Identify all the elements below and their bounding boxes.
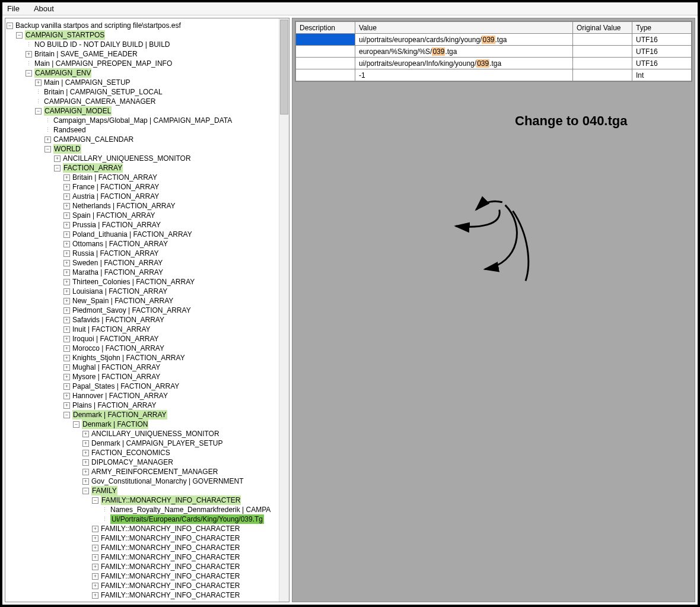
col-description[interactable]: Description [296, 22, 355, 34]
tree-node[interactable]: +Morocco | FACTION_ARRAY [7, 344, 288, 353]
scroll-thumb[interactable] [280, 20, 288, 115]
expand-icon[interactable]: + [63, 222, 70, 228]
cell-value[interactable]: ui/portraits/european/cards/king/young/0… [355, 34, 573, 46]
tree-node[interactable]: +FAMILY::MONARCHY_INFO_CHARACTER [7, 533, 288, 543]
tree-node[interactable]: ⋮Randseed [7, 125, 288, 135]
tree-node[interactable]: +France | FACTION_ARRAY [7, 182, 288, 192]
tree-node[interactable]: +Prussia | FACTION_ARRAY [7, 220, 288, 230]
expand-icon[interactable]: + [63, 326, 70, 333]
tree-node[interactable]: +Louisiana | FACTION_ARRAY [7, 287, 288, 296]
expand-icon[interactable]: + [63, 402, 70, 409]
tree-node[interactable]: −WORLD [7, 144, 288, 154]
expand-icon[interactable]: + [63, 279, 70, 285]
tree-node[interactable]: +ANCILLARY_UNIQUENESS_MONITOR [7, 429, 288, 438]
expand-icon[interactable]: + [92, 573, 98, 580]
tree-node[interactable]: −FAMILY [7, 486, 288, 495]
expand-icon[interactable]: + [63, 345, 70, 352]
expand-icon[interactable]: + [63, 317, 70, 323]
tree-node[interactable]: −CAMPAIGN_STARTPOS [7, 30, 288, 40]
expand-icon[interactable]: + [63, 383, 70, 390]
expand-icon[interactable]: + [63, 174, 70, 181]
tree-node[interactable]: −FACTION_ARRAY [7, 163, 288, 173]
menu-about[interactable]: About [34, 4, 54, 13]
collapse-icon[interactable]: − [16, 32, 23, 39]
expand-icon[interactable]: + [35, 80, 42, 86]
tree-node[interactable]: ⋮CAMPAIGN_CAMERA_MANAGER [7, 97, 288, 106]
tree-node[interactable]: +Hannover | FACTION_ARRAY [7, 391, 288, 401]
expand-icon[interactable]: + [82, 450, 89, 456]
expand-icon[interactable]: + [82, 440, 89, 447]
tree-node[interactable]: ⋮Campaign_Maps/Global_Map | CAMPAIGN_MAP… [7, 116, 288, 125]
col-type[interactable]: Type [632, 22, 692, 34]
tree-node[interactable]: ⋮Main | CAMPAIGN_PREOPEN_MAP_INFO [7, 59, 288, 68]
tree-node[interactable]: +Iroquoi | FACTION_ARRAY [7, 334, 288, 344]
expand-icon[interactable]: + [63, 288, 70, 295]
expand-icon[interactable]: + [82, 431, 89, 437]
collapse-icon[interactable]: − [26, 70, 32, 77]
tree-node[interactable]: +FAMILY::MONARCHY_INFO_CHARACTER [7, 524, 288, 533]
expand-icon[interactable]: + [63, 241, 70, 247]
expand-icon[interactable]: + [82, 469, 89, 475]
collapse-icon[interactable]: − [82, 488, 89, 494]
tree-node[interactable]: −Denmark | FACTION [7, 420, 288, 429]
tree-node[interactable]: +FAMILY::MONARCHY_INFO_CHARACTER [7, 552, 288, 562]
tree-node[interactable]: +Thirteen_Colonies | FACTION_ARRAY [7, 277, 288, 287]
expand-icon[interactable]: + [63, 184, 70, 190]
expand-icon[interactable]: + [82, 459, 89, 466]
tree-node[interactable]: −FAMILY::MONARCHY_INFO_CHARACTER [7, 495, 288, 505]
collapse-icon[interactable]: − [63, 412, 70, 418]
expand-icon[interactable]: + [63, 203, 70, 209]
collapse-icon[interactable]: − [92, 497, 98, 504]
collapse-icon[interactable]: − [54, 165, 61, 171]
tree-node[interactable]: −Backup vanilla startpos and scripting f… [7, 21, 288, 30]
expand-icon[interactable]: + [92, 564, 98, 570]
tree-node[interactable]: +Knights_Stjohn | FACTION_ARRAY [7, 353, 288, 363]
expand-icon[interactable]: + [63, 193, 70, 200]
expand-icon[interactable]: + [63, 355, 70, 361]
tree-node[interactable]: +FAMILY::MONARCHY_INFO_CHARACTER [7, 571, 288, 581]
tree-node[interactable]: +Russia | FACTION_ARRAY [7, 249, 288, 258]
expand-icon[interactable]: + [92, 526, 98, 532]
expand-icon[interactable]: + [92, 545, 98, 551]
expand-icon[interactable]: + [92, 535, 98, 542]
collapse-icon[interactable]: − [35, 108, 42, 115]
expand-icon[interactable]: + [63, 250, 70, 257]
expand-icon[interactable]: + [63, 269, 70, 276]
tree-node[interactable]: +FAMILY::MONARCHY_INFO_CHARACTER [7, 590, 288, 600]
expand-icon[interactable]: + [63, 212, 70, 219]
tree-node[interactable]: +New_Spain | FACTION_ARRAY [7, 296, 288, 306]
expand-icon[interactable]: + [63, 364, 70, 371]
tree-node[interactable]: +FAMILY::MONARCHY_INFO_CHARACTER [7, 543, 288, 552]
tree-node[interactable]: −CAMPAIGN_ENV [7, 68, 288, 78]
tree-node[interactable]: +ANCILLARY_UNIQUENESS_MONITOR [7, 154, 288, 163]
expand-icon[interactable]: + [92, 592, 98, 599]
tree-node[interactable]: +Mysore | FACTION_ARRAY [7, 372, 288, 382]
tree-node[interactable]: +Maratha | FACTION_ARRAY [7, 268, 288, 277]
tree-node[interactable]: +ARMY_REINFORCEMENT_MANAGER [7, 467, 288, 476]
col-value[interactable]: Value [355, 22, 573, 34]
tree-node[interactable]: +Britain | FACTION_ARRAY [7, 173, 288, 182]
tree-node[interactable]: +Britain | SAVE_GAME_HEADER [7, 49, 288, 59]
tree-node[interactable]: +Poland_Lithuania | FACTION_ARRAY [7, 230, 288, 239]
tree-node[interactable]: +Piedmont_Savoy | FACTION_ARRAY [7, 306, 288, 315]
expand-icon[interactable]: + [63, 336, 70, 342]
tree-node[interactable]: ⋮NO BUILD ID - NOT DAILY BUILD | BUILD [7, 40, 288, 49]
tree-node[interactable]: +FAMILY::MONARCHY_INFO_CHARACTER [7, 581, 288, 590]
collapse-icon[interactable]: − [7, 23, 13, 29]
tree-node[interactable]: +DIPLOMACY_MANAGER [7, 457, 288, 467]
tree-scrollbar[interactable] [279, 18, 289, 602]
cell-value[interactable]: -1 [355, 69, 573, 81]
tree-node[interactable]: +Gov_Constitutional_Monarchy | GOVERNMEN… [7, 476, 288, 486]
cell-value[interactable]: ui/portraits/european/Info/king/young/03… [355, 58, 573, 69]
tree-node[interactable]: +Spain | FACTION_ARRAY [7, 211, 288, 220]
expand-icon[interactable]: + [54, 155, 61, 162]
tree-node[interactable]: +CAMPAIGN_CALENDAR [7, 135, 288, 144]
collapse-icon[interactable]: − [44, 146, 51, 152]
expand-icon[interactable]: + [92, 583, 98, 589]
expand-icon[interactable]: + [92, 554, 98, 561]
tree-node[interactable]: +FACTION_ECONOMICS [7, 448, 288, 457]
property-row[interactable]: ui/portraits/european/Info/king/young/03… [296, 58, 692, 69]
expand-icon[interactable]: + [63, 374, 70, 380]
tree-node[interactable]: +Mughal | FACTION_ARRAY [7, 363, 288, 372]
tree-node[interactable]: +Sweden | FACTION_ARRAY [7, 258, 288, 268]
